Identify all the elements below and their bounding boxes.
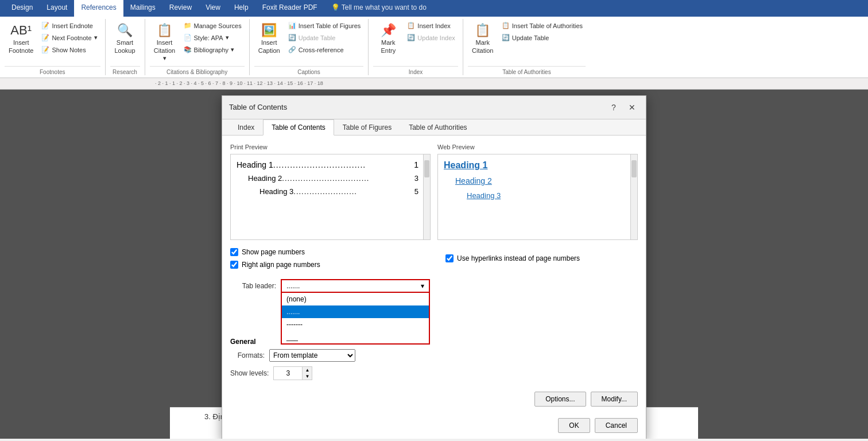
toc-dots-h2: ................................. bbox=[282, 174, 412, 183]
show-levels-input[interactable] bbox=[273, 366, 302, 380]
tab-leader-option-underline[interactable]: ___ bbox=[282, 331, 429, 343]
insert-toa-icon: 📋 bbox=[502, 22, 510, 29]
tab-table-of-figures[interactable]: Table of Figures bbox=[334, 119, 400, 136]
tab-help[interactable]: Help bbox=[227, 0, 255, 17]
web-heading2[interactable]: Heading 2 bbox=[444, 176, 626, 185]
insert-table-figures-button[interactable]: 📊 Insert Table of Figures bbox=[285, 20, 364, 31]
insert-toa-button[interactable]: 📋 Insert Table of Authorities bbox=[499, 20, 586, 31]
mark-entry-button[interactable]: 📌 MarkEntry bbox=[373, 20, 403, 57]
bibliography-button[interactable]: 📚 Bibliography ▾ bbox=[181, 44, 245, 55]
print-preview-scrollbar[interactable] bbox=[423, 154, 430, 239]
tab-tell-me[interactable]: 💡 Tell me what you want to do bbox=[324, 0, 433, 17]
next-footnote-button[interactable]: 📝 Next Footnote ▾ bbox=[38, 32, 100, 43]
modify-button[interactable]: Modify... bbox=[591, 392, 638, 407]
chevron-down-icon: ▾ bbox=[94, 34, 98, 41]
insert-caption-button[interactable]: 🖼️ InsertCaption bbox=[254, 20, 284, 57]
show-notes-label: Show Notes bbox=[52, 47, 86, 53]
ok-button[interactable]: OK bbox=[558, 418, 590, 433]
insert-citation-button[interactable]: 📋 InsertCitation ▾ bbox=[150, 20, 180, 65]
show-page-numbers-checkbox[interactable] bbox=[230, 248, 238, 256]
captions-buttons: 🖼️ InsertCaption 📊 Insert Table of Figur… bbox=[254, 19, 364, 66]
insert-footnote-icon: AB¹ bbox=[10, 23, 32, 38]
mark-citation-button[interactable]: 📋 MarkCitation bbox=[468, 20, 498, 57]
tab-table-of-authorities[interactable]: Table of Authorities bbox=[400, 119, 475, 136]
show-notes-button[interactable]: 📝 Show Notes bbox=[38, 44, 100, 55]
manage-sources-button[interactable]: 📁 Manage Sources bbox=[181, 20, 245, 31]
ribbon-content: AB¹ InsertFootnote 📝 Insert Endnote 📝 Ne… bbox=[0, 17, 868, 78]
right-align-checkbox[interactable] bbox=[230, 261, 238, 269]
manage-sources-icon: 📁 bbox=[184, 22, 192, 29]
toc-dots-h1: ................................. bbox=[273, 160, 412, 169]
update-table-captions-button[interactable]: 🔄 Update Table bbox=[285, 32, 364, 43]
tab-view[interactable]: View bbox=[199, 0, 227, 17]
ribbon-tab-bar: Design Layout References Mailings Review… bbox=[0, 0, 868, 17]
style-label: Style: APA bbox=[194, 34, 223, 41]
print-preview-box: Heading 1 ..............................… bbox=[230, 154, 431, 240]
toc-entry-h3: Heading 3 ........................ 5 bbox=[237, 187, 418, 196]
mark-citation-label: MarkCitation bbox=[472, 39, 493, 54]
formats-row: Formats: From template bbox=[230, 349, 638, 362]
insert-citation-icon: 📋 bbox=[157, 23, 172, 38]
ribbon-group-index: 📌 MarkEntry 📋 Insert Index 🔄 Update Inde… bbox=[369, 19, 463, 75]
update-table-toa-icon: 🔄 bbox=[502, 34, 510, 41]
tab-table-of-contents[interactable]: Table of Contents bbox=[263, 119, 334, 136]
print-preview-content: Heading 1 ..............................… bbox=[231, 154, 430, 206]
tab-leader-option-dashes[interactable]: ------- bbox=[282, 318, 429, 331]
spinner-up-button[interactable]: ▲ bbox=[303, 367, 312, 373]
formats-select[interactable]: From template bbox=[269, 349, 355, 362]
tab-foxit[interactable]: Foxit Reader PDF bbox=[255, 0, 324, 17]
insert-citation-label: InsertCitation bbox=[154, 39, 175, 54]
tab-leader-dropdown-trigger[interactable]: ....... ▾ bbox=[281, 279, 430, 293]
web-heading1[interactable]: Heading 1 bbox=[444, 160, 626, 171]
tab-leader-option-dots[interactable]: ....... bbox=[282, 305, 429, 318]
mark-citation-icon: 📋 bbox=[475, 23, 490, 38]
right-align-row: Right align page numbers bbox=[230, 261, 423, 269]
update-index-button[interactable]: 🔄 Update Index bbox=[404, 32, 458, 43]
use-hyperlinks-checkbox[interactable] bbox=[445, 254, 454, 262]
web-preview-scrollbar[interactable] bbox=[630, 154, 637, 239]
insert-endnote-button[interactable]: 📝 Insert Endnote bbox=[38, 20, 100, 31]
toc-dialog: Table of Contents ? ✕ Index Table of Con… bbox=[222, 95, 646, 439]
insert-footnote-button[interactable]: AB¹ InsertFootnote bbox=[5, 20, 37, 57]
show-levels-form-label: Show levels: bbox=[230, 369, 269, 377]
tab-index[interactable]: Index bbox=[229, 119, 263, 136]
print-preview-section: Print Preview Heading 1 ................… bbox=[230, 144, 431, 240]
cross-reference-button[interactable]: 🔗 Cross-reference bbox=[285, 44, 364, 55]
web-heading3[interactable]: Heading 3 bbox=[444, 191, 626, 200]
bibliography-label: Bibliography bbox=[194, 47, 229, 53]
tab-review[interactable]: Review bbox=[162, 0, 199, 17]
citations-col: 📁 Manage Sources 📄 Style: APA ▾ 📚 Biblio… bbox=[181, 20, 245, 55]
index-buttons: 📌 MarkEntry 📋 Insert Index 🔄 Update Inde… bbox=[373, 19, 458, 66]
tab-references[interactable]: References bbox=[74, 0, 123, 17]
show-page-numbers-label: Show page numbers bbox=[242, 248, 305, 256]
tab-mailings[interactable]: Mailings bbox=[123, 0, 162, 17]
dialog-tabs: Index Table of Contents Table of Figures… bbox=[222, 119, 646, 136]
citations-buttons: 📋 InsertCitation ▾ 📁 Manage Sources 📄 St… bbox=[150, 19, 245, 66]
smart-lookup-label: SmartLookup bbox=[114, 39, 135, 54]
use-hyperlinks-label: Use hyperlinks instead of page numbers bbox=[457, 254, 580, 262]
tab-leader-wrapper: ....... ▾ (none) ....... ------- ___ bbox=[281, 279, 430, 293]
insert-caption-icon: 🖼️ bbox=[261, 23, 277, 38]
cancel-button[interactable]: Cancel bbox=[595, 418, 638, 433]
dialog-help-button[interactable]: ? bbox=[607, 100, 621, 114]
insert-index-icon: 📋 bbox=[407, 22, 415, 29]
update-table-toa-button[interactable]: 🔄 Update Table bbox=[499, 32, 586, 43]
smart-lookup-button[interactable]: 🔍 SmartLookup bbox=[110, 20, 140, 57]
cross-reference-label: Cross-reference bbox=[299, 47, 344, 53]
footnotes-col: 📝 Insert Endnote 📝 Next Footnote ▾ 📝 Sho… bbox=[38, 20, 100, 55]
dialog-close-button[interactable]: ✕ bbox=[625, 100, 639, 114]
insert-index-button[interactable]: 📋 Insert Index bbox=[404, 20, 458, 31]
toc-page-h1: 1 bbox=[414, 160, 418, 169]
tab-layout[interactable]: Layout bbox=[40, 0, 74, 17]
update-table-toa-label: Update Table bbox=[512, 34, 549, 41]
bibliography-chevron-icon: ▾ bbox=[231, 46, 234, 53]
tab-leader-option-none[interactable]: (none) bbox=[282, 293, 429, 305]
spinner-buttons: ▲ ▼ bbox=[302, 366, 312, 380]
spinner-down-button[interactable]: ▼ bbox=[303, 373, 312, 380]
tab-design[interactable]: Design bbox=[5, 0, 40, 17]
footnotes-group-label: Footnotes bbox=[5, 66, 100, 75]
insert-footnote-label: InsertFootnote bbox=[9, 39, 33, 54]
toc-heading1-text: Heading 1 bbox=[237, 160, 273, 169]
style-dropdown-button[interactable]: 📄 Style: APA ▾ bbox=[181, 32, 245, 43]
options-button[interactable]: Options... bbox=[534, 392, 586, 407]
